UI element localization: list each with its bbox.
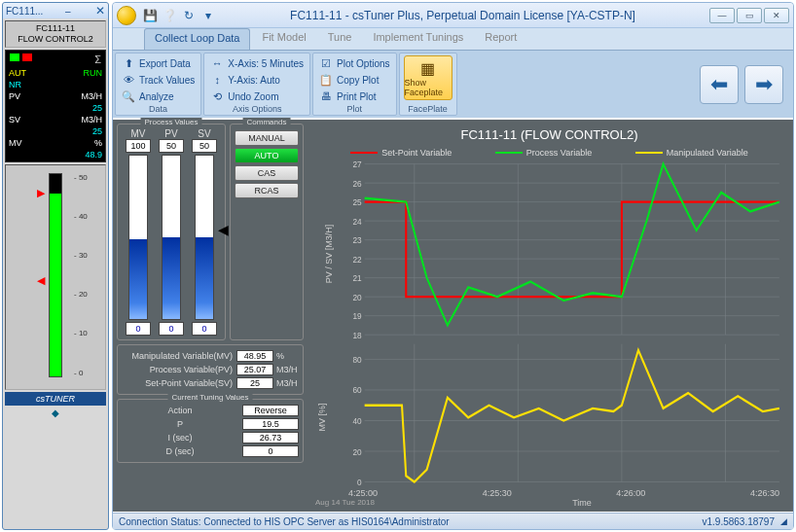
svg-text:80: 80	[352, 354, 361, 365]
command-manual[interactable]: MANUAL	[235, 130, 299, 146]
svg-text:0: 0	[357, 477, 362, 486]
ribbon-tab-report[interactable]: Report	[475, 28, 526, 50]
command-auto[interactable]: AUTO	[235, 148, 299, 163]
ribbon-tabs: Collect Loop DataFit ModelTuneImplement …	[113, 28, 793, 50]
svg-text:18: 18	[352, 330, 361, 339]
faceplate-title-text: FC111...	[6, 6, 43, 17]
svg-text:24: 24	[352, 216, 361, 227]
value-row: Manipulated Variable(MV)48.95%	[122, 349, 299, 363]
svg-text:21: 21	[352, 273, 361, 284]
ribbon-group-faceplate: ▦ Show Faceplate FacePlate	[399, 53, 457, 116]
sigma-icon: Σ	[94, 53, 101, 65]
prev-loop-button[interactable]: ⬅	[700, 65, 739, 104]
tuning-panel: Current Tuning Values ActionReverseP19.5…	[117, 399, 304, 463]
ribbon-item-x-axis-5-minutes[interactable]: ↔X-Axis: 5 Minutes	[208, 55, 306, 71]
led-icon	[35, 53, 45, 61]
window-title: FC111-11 - csTuner Plus, Perpetual Domai…	[216, 9, 709, 22]
ribbon-item-export-data[interactable]: ⬆Export Data	[120, 55, 197, 71]
faceplate-bargraph: ▶ ◀ - 50- 40- 30- 20- 10- 0	[5, 164, 106, 390]
ribbon-item-plot-options[interactable]: ☑Plot Options	[317, 55, 391, 71]
minimize-button[interactable]: —	[709, 8, 735, 23]
statusbar: Connection Status: Connected to HIS OPC …	[113, 513, 793, 529]
ribbon-group-plot: ☑Plot Options📋Copy Plot🖶Print Plot Plot	[312, 53, 396, 116]
value-row: Set-Point Variable(SV)25M3/H	[122, 376, 299, 390]
version-label: v1.9.5863.18797	[702, 516, 775, 527]
legend-item[interactable]: Process Variable	[495, 148, 592, 158]
bar-pv: PV500	[159, 128, 184, 336]
svg-text:26: 26	[352, 178, 361, 189]
faceplate-footer[interactable]: csTUNER	[5, 392, 106, 406]
ribbon-item-analyze[interactable]: 🔍Analyze	[120, 89, 197, 104]
x-axis-label: Time	[375, 498, 789, 508]
chevron-down-icon[interactable]: ◆	[5, 406, 106, 420]
svg-text:60: 60	[352, 385, 361, 396]
main-window: 💾 ❔ ↻ ▾ FC111-11 - csTuner Plus, Perpetu…	[112, 2, 794, 530]
close-button[interactable]: ✕	[764, 8, 789, 23]
faceplate-titlebar[interactable]: FC111... – ✕	[3, 3, 108, 18]
chart-bottom[interactable]: MV [%] 806040200	[343, 339, 783, 486]
svg-text:19: 19	[352, 311, 361, 322]
ribbon-item-undo-zoom[interactable]: ⟲Undo Zoom	[208, 89, 306, 104]
tuning-row: D (sec)0	[122, 444, 299, 458]
ribbon-tab-implement-tunings[interactable]: Implement Tunings	[363, 28, 473, 50]
ribbon: Collect Loop DataFit ModelTuneImplement …	[113, 28, 793, 118]
refresh-icon[interactable]: ↻	[181, 8, 197, 23]
legend-item[interactable]: Set-Point Variable	[350, 148, 452, 158]
connection-status: Connection Status: Connected to HIS OPC …	[119, 516, 450, 527]
save-icon[interactable]: 💾	[142, 8, 158, 23]
bar-sv: SV50◀0	[192, 128, 217, 336]
left-panel: Process Values MV1000PV500SV50◀0 Command…	[117, 124, 304, 508]
resize-grip-icon[interactable]: ◢	[780, 516, 787, 526]
quick-access-toolbar: 💾 ❔ ↻ ▾	[142, 8, 216, 23]
help-icon[interactable]: ❔	[162, 8, 177, 23]
svg-text:27: 27	[352, 160, 361, 169]
next-loop-button[interactable]: ➡	[744, 65, 783, 104]
tuning-row: I (sec)26.73	[122, 431, 299, 444]
ribbon-tab-fit-model[interactable]: Fit Model	[252, 28, 315, 50]
dropdown-icon[interactable]: ▾	[200, 8, 216, 23]
command-cas[interactable]: CAS	[235, 165, 299, 181]
ribbon-groups: ⬆Export Data👁Track Values🔍Analyze Data ↔…	[113, 50, 793, 118]
date-label: Aug 14 Tue 2018	[309, 498, 375, 508]
tuning-row: ActionReverse	[122, 404, 299, 417]
svg-text:23: 23	[352, 235, 361, 246]
ribbon-item-copy-plot[interactable]: 📋Copy Plot	[317, 72, 391, 88]
titlebar[interactable]: 💾 ❔ ↻ ▾ FC111-11 - csTuner Plus, Perpetu…	[113, 3, 793, 28]
svg-text:20: 20	[352, 446, 361, 457]
led-icon	[10, 53, 19, 61]
ribbon-item-track-values[interactable]: 👁Track Values	[120, 72, 197, 88]
bot-ylabel: MV [%]	[317, 404, 327, 432]
faceplate-bar	[49, 173, 62, 377]
led-icon	[22, 53, 32, 61]
faceplate-scale: - 50- 40- 30- 20- 10- 0	[74, 173, 97, 377]
value-row: Process Variable(PV)25.07M3/H	[122, 363, 299, 376]
ribbon-group-axis: ↔X-Axis: 5 Minutes↕Y-Axis: Auto⟲Undo Zoo…	[203, 53, 310, 116]
pv-readout-panel: Manipulated Variable(MV)48.95%Process Va…	[117, 344, 304, 395]
chart-legend: Set-Point VariableProcess VariableManipu…	[309, 146, 789, 160]
close-icon[interactable]: ✕	[95, 4, 105, 18]
chart-panel: FC111-11 (FLOW CONTROL2) Set-Point Varia…	[309, 124, 789, 508]
nav-arrows: ⬅ ➡	[700, 53, 791, 116]
ribbon-item-y-axis-auto[interactable]: ↕Y-Axis: Auto	[208, 72, 306, 88]
bar-mv: MV1000	[126, 128, 151, 336]
show-faceplate-button[interactable]: ▦ Show Faceplate	[404, 55, 452, 100]
svg-text:20: 20	[352, 292, 361, 302]
content-area: Process Values MV1000PV500SV50◀0 Command…	[113, 120, 793, 512]
svg-text:25: 25	[352, 197, 361, 208]
top-ylabel: PV / SV [M3/H]	[324, 225, 334, 284]
faceplate-tag-header: FC111-11 FLOW CONTROL2	[5, 20, 106, 48]
ribbon-tab-tune[interactable]: Tune	[318, 28, 362, 50]
ribbon-item-print-plot[interactable]: 🖶Print Plot	[317, 89, 391, 104]
sp-marker-icon: ◀	[37, 274, 45, 287]
ribbon-group-data: ⬆Export Data👁Track Values🔍Analyze Data	[115, 53, 201, 116]
commands-panel: Commands MANUALAUTOCASRCAS	[230, 124, 304, 340]
command-rcas[interactable]: RCAS	[235, 183, 299, 198]
app-menu-button[interactable]	[117, 6, 136, 25]
chart-title: FC111-11 (FLOW CONTROL2)	[309, 124, 789, 146]
legend-item[interactable]: Manipulated Variable	[635, 148, 748, 158]
svg-text:22: 22	[352, 254, 361, 265]
ribbon-tab-collect-loop-data[interactable]: Collect Loop Data	[144, 28, 250, 50]
maximize-button[interactable]: ▭	[737, 8, 762, 23]
chart-top[interactable]: PV / SV [M3/H] 27262524232221201918	[343, 160, 783, 339]
minimize-icon[interactable]: –	[65, 6, 71, 17]
